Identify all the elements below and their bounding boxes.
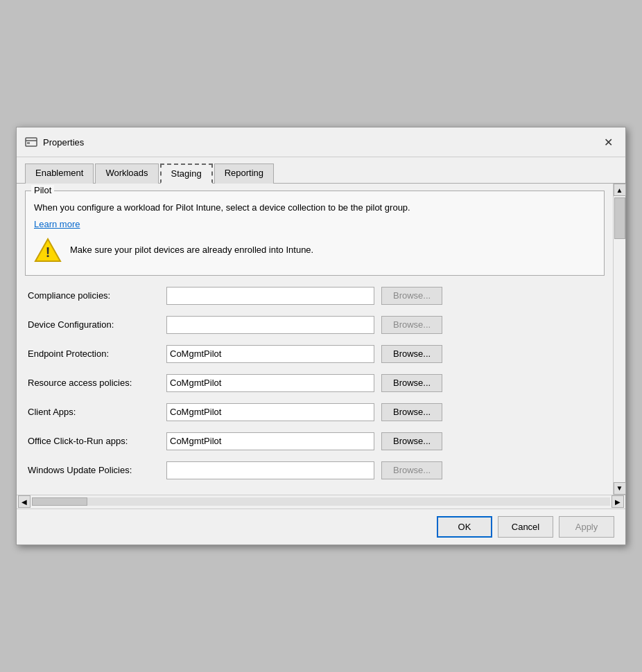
- svg-rect-2: [27, 142, 30, 144]
- compliance-label: Compliance policies:: [28, 290, 166, 301]
- field-row-endpoint: Endpoint Protection: Browse...: [28, 342, 602, 366]
- vertical-scrollbar[interactable]: ▲ ▼: [613, 184, 625, 495]
- resource-input[interactable]: [166, 374, 374, 392]
- device-config-browse-btn: Browse...: [381, 316, 442, 334]
- office-label: Office Click-to-Run apps:: [28, 436, 166, 446]
- fields-container: Compliance policies: Browse... Device Co…: [25, 284, 605, 482]
- warning-row: ! Make sure your pilot devices are alrea…: [34, 236, 596, 264]
- h-scroll-thumb[interactable]: [32, 497, 87, 506]
- h-scroll-track: [32, 497, 610, 506]
- tab-workloads[interactable]: Workloads: [95, 163, 158, 184]
- windows-update-input[interactable]: [166, 461, 374, 479]
- scroll-down-arrow[interactable]: ▼: [614, 482, 626, 495]
- field-row-compliance: Compliance policies: Browse...: [28, 284, 602, 308]
- dialog-icon: [25, 136, 37, 148]
- resource-label: Resource access policies:: [28, 378, 166, 388]
- compliance-input[interactable]: [166, 287, 374, 305]
- svg-text:!: !: [46, 245, 51, 260]
- endpoint-label: Endpoint Protection:: [28, 348, 166, 359]
- learn-more-link[interactable]: Learn more: [34, 219, 80, 229]
- dialog-title: Properties: [43, 137, 599, 148]
- endpoint-browse-btn[interactable]: Browse...: [381, 345, 442, 363]
- scroll-left-arrow[interactable]: ◀: [18, 495, 31, 508]
- client-apps-input[interactable]: [166, 403, 374, 421]
- apply-button[interactable]: Apply: [559, 516, 614, 538]
- tabs-container: Enablement Workloads Staging Reporting: [17, 157, 625, 184]
- pilot-description: When you configure a workload for Pilot …: [34, 201, 596, 215]
- office-browse-btn[interactable]: Browse...: [381, 432, 442, 450]
- title-bar: Properties ✕: [17, 127, 625, 157]
- pilot-group-box: Pilot When you configure a workload for …: [25, 191, 605, 276]
- endpoint-input[interactable]: [166, 345, 374, 363]
- field-row-windows-update: Windows Update Policies: Browse...: [28, 459, 602, 482]
- scroll-up-arrow[interactable]: ▲: [614, 184, 626, 196]
- warning-icon: !: [34, 236, 62, 264]
- ok-button[interactable]: OK: [437, 516, 492, 538]
- content-area: Pilot When you configure a workload for …: [17, 184, 625, 495]
- tab-staging[interactable]: Staging: [160, 163, 213, 184]
- windows-update-browse-btn: Browse...: [381, 461, 442, 479]
- cancel-button[interactable]: Cancel: [498, 516, 553, 538]
- pilot-group-title: Pilot: [31, 185, 54, 195]
- field-row-client-apps: Client Apps: Browse...: [28, 400, 602, 424]
- tab-reporting[interactable]: Reporting: [214, 163, 274, 184]
- field-row-resource: Resource access policies: Browse...: [28, 371, 602, 395]
- device-config-label: Device Configuration:: [28, 319, 166, 330]
- client-apps-browse-btn[interactable]: Browse...: [381, 403, 442, 421]
- device-config-input[interactable]: [166, 316, 374, 334]
- tab-enablement[interactable]: Enablement: [25, 163, 94, 184]
- resource-browse-btn[interactable]: Browse...: [381, 374, 442, 392]
- compliance-browse-btn: Browse...: [381, 287, 442, 305]
- windows-update-label: Windows Update Policies:: [28, 465, 166, 475]
- scroll-thumb[interactable]: [614, 197, 625, 239]
- main-content: Pilot When you configure a workload for …: [17, 184, 613, 495]
- client-apps-label: Client Apps:: [28, 407, 166, 417]
- scroll-right-arrow[interactable]: ▶: [611, 495, 624, 508]
- close-button[interactable]: ✕: [599, 133, 617, 151]
- bottom-buttons: OK Cancel Apply: [17, 509, 625, 545]
- warning-text: Make sure your pilot devices are already…: [70, 245, 313, 255]
- field-row-office: Office Click-to-Run apps: Browse...: [28, 430, 602, 453]
- field-row-device-config: Device Configuration: Browse...: [28, 313, 602, 337]
- horizontal-scrollbar[interactable]: ◀ ▶: [17, 495, 625, 509]
- properties-dialog: Properties ✕ Enablement Workloads Stagin…: [16, 127, 626, 545]
- office-input[interactable]: [166, 432, 374, 450]
